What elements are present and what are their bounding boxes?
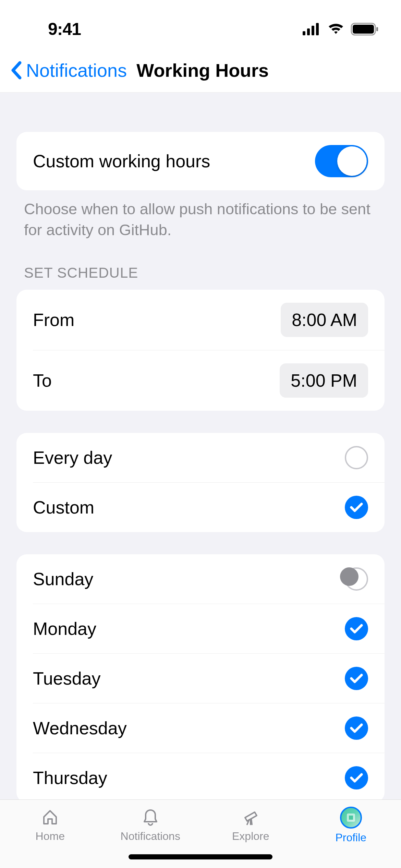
svg-rect-3 bbox=[316, 23, 319, 35]
thursday-check bbox=[345, 766, 368, 789]
schedule-section: From 8:00 AM To 5:00 PM bbox=[16, 290, 385, 411]
svg-rect-5 bbox=[353, 25, 374, 34]
custom-row[interactable]: Custom bbox=[33, 482, 385, 532]
custom-working-hours-toggle[interactable] bbox=[315, 145, 368, 177]
tab-home-label: Home bbox=[36, 830, 65, 843]
monday-label: Monday bbox=[33, 618, 96, 639]
tuesday-check bbox=[345, 667, 368, 690]
telescope-icon bbox=[240, 807, 261, 827]
custom-working-hours-row: Custom working hours bbox=[16, 132, 385, 190]
status-icons bbox=[303, 23, 379, 36]
from-time-row: From 8:00 AM bbox=[16, 290, 385, 350]
checkmark-icon bbox=[350, 773, 363, 783]
content-area: Custom working hours Choose when to allo… bbox=[0, 93, 401, 799]
every-day-radio bbox=[345, 446, 368, 469]
to-time-picker[interactable]: 5:00 PM bbox=[280, 363, 368, 398]
chevron-left-icon bbox=[10, 61, 23, 80]
tab-notifications[interactable]: Notifications bbox=[100, 807, 201, 843]
thursday-label: Thursday bbox=[33, 768, 107, 788]
every-day-label: Every day bbox=[33, 447, 112, 468]
sunday-label: Sunday bbox=[33, 569, 93, 589]
tab-profile-label: Profile bbox=[335, 831, 366, 844]
page-title: Working Hours bbox=[136, 60, 269, 81]
tab-notifications-label: Notifications bbox=[121, 830, 180, 843]
back-button[interactable]: Notifications bbox=[10, 60, 127, 81]
tuesday-row[interactable]: Tuesday bbox=[33, 653, 385, 703]
svg-rect-6 bbox=[376, 27, 378, 31]
status-bar: 9:41 bbox=[0, 0, 401, 48]
navigation-bar: Notifications Working Hours bbox=[0, 48, 401, 93]
every-day-row[interactable]: Every day bbox=[16, 433, 385, 482]
checkmark-icon bbox=[350, 502, 363, 513]
radio-dot bbox=[340, 567, 359, 586]
checkmark-icon bbox=[350, 624, 363, 634]
monday-check bbox=[345, 617, 368, 640]
from-label: From bbox=[33, 310, 74, 330]
toggle-knob bbox=[337, 146, 367, 176]
home-indicator[interactable] bbox=[129, 854, 272, 859]
to-time-row: To 5:00 PM bbox=[33, 350, 385, 411]
thursday-row[interactable]: Thursday bbox=[33, 753, 385, 800]
tab-profile[interactable]: Profile bbox=[301, 807, 401, 844]
svg-rect-1 bbox=[307, 28, 310, 35]
svg-rect-8 bbox=[349, 816, 353, 820]
tuesday-label: Tuesday bbox=[33, 668, 101, 689]
tab-home[interactable]: Home bbox=[0, 807, 100, 843]
custom-working-hours-label: Custom working hours bbox=[33, 151, 210, 171]
tab-explore-label: Explore bbox=[232, 830, 269, 843]
checkmark-icon bbox=[350, 723, 363, 733]
sunday-radio bbox=[345, 567, 368, 591]
wednesday-row[interactable]: Wednesday bbox=[33, 703, 385, 753]
wifi-icon bbox=[327, 23, 344, 35]
tab-explore[interactable]: Explore bbox=[200, 807, 301, 843]
days-section: Sunday Monday Tuesday Wednesday Thursday bbox=[16, 554, 385, 800]
back-label: Notifications bbox=[26, 60, 127, 81]
toggle-section: Custom working hours bbox=[16, 132, 385, 190]
monday-row[interactable]: Monday bbox=[33, 604, 385, 653]
status-time: 9:41 bbox=[48, 19, 81, 39]
bell-icon bbox=[140, 807, 161, 827]
cellular-icon bbox=[303, 23, 321, 35]
checkmark-icon bbox=[350, 673, 363, 684]
sunday-row[interactable]: Sunday bbox=[16, 554, 385, 604]
wednesday-check bbox=[345, 716, 368, 740]
from-time-picker[interactable]: 8:00 AM bbox=[281, 303, 368, 337]
schedule-header: SET SCHEDULE bbox=[0, 241, 401, 286]
battery-icon bbox=[351, 23, 379, 36]
custom-label: Custom bbox=[33, 497, 94, 518]
home-icon bbox=[40, 807, 60, 827]
to-label: To bbox=[33, 370, 52, 391]
wednesday-label: Wednesday bbox=[33, 718, 127, 738]
svg-rect-0 bbox=[303, 31, 305, 35]
mode-section: Every day Custom bbox=[16, 433, 385, 532]
helper-text: Choose when to allow push notifications … bbox=[0, 190, 401, 241]
profile-avatar-icon bbox=[340, 807, 362, 829]
custom-check bbox=[345, 496, 368, 519]
svg-rect-2 bbox=[312, 26, 314, 35]
